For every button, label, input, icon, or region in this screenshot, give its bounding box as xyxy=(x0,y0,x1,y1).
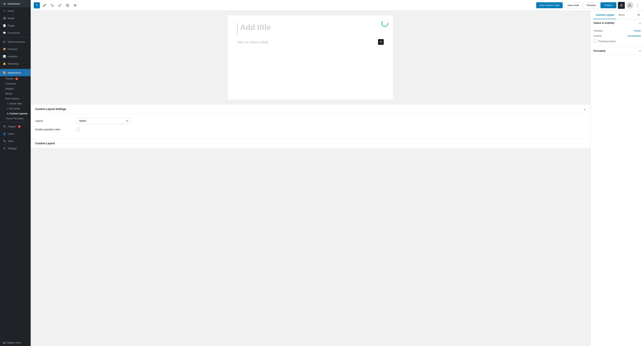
sidebar-item-comments[interactable]: 💬 Comments xyxy=(0,29,31,36)
plugins-icon: 🔌 xyxy=(3,125,6,128)
settings-gear-button[interactable] xyxy=(618,2,625,9)
expiration-checkbox[interactable] xyxy=(77,128,80,131)
settings-panel-content: Layout Select Header Footer Hook Individ… xyxy=(31,114,590,138)
marketing-icon: 🔔 xyxy=(3,62,6,65)
status-visibility-content: Visibility Public Publish Immediately Pe… xyxy=(590,27,644,47)
svg-point-6 xyxy=(621,5,622,6)
layout-select[interactable]: Select Header Footer Hook Individual xyxy=(77,118,130,124)
sidebar-item-posts[interactable]: ✎ Posts xyxy=(0,7,31,14)
sidebar-item-analytics[interactable]: 📊 Analytics xyxy=(0,53,31,60)
layout-row: Layout Select Header Footer Hook Individ… xyxy=(35,118,586,124)
sidebar-item-appearance[interactable]: 🎨 Appearance xyxy=(0,69,31,76)
redo-button[interactable] xyxy=(57,2,63,8)
post-title-input[interactable]: Add title xyxy=(237,23,384,34)
products-icon: 📦 xyxy=(3,47,6,51)
pages-icon: 📄 xyxy=(3,24,6,27)
settings-panel-header[interactable]: Custom Layout Settings xyxy=(31,104,590,114)
sidebar-subitem-my-library[interactable]: ↳ My Library xyxy=(0,106,31,111)
sidebar-item-pages[interactable]: 📄 Pages xyxy=(0,22,31,29)
sidebar-item-products[interactable]: 📦 Products xyxy=(0,45,31,53)
sidebar-item-tools[interactable]: 🔧 Tools xyxy=(0,137,31,145)
analytics-icon: 📊 xyxy=(3,55,6,58)
appearance-submenu: Themes 1 Customize Widgets Menus Neve Op… xyxy=(0,76,31,121)
block-placeholder: Type / to choose a block + xyxy=(237,39,384,45)
more-options-button[interactable]: ⋮ xyxy=(635,2,641,8)
sidebar-subitem-widgets[interactable]: Widgets xyxy=(0,86,31,91)
woocommerce-icon: 🛒 xyxy=(3,40,6,43)
publish-button[interactable]: Publish xyxy=(600,2,616,8)
undo-button[interactable] xyxy=(49,2,55,8)
main-area: + Add Custom Code Save draft Preview Pub… xyxy=(31,0,644,346)
list-view-button[interactable] xyxy=(72,2,78,8)
users-icon: 👤 xyxy=(3,132,6,135)
sidebar-subitem-menus[interactable]: Menus xyxy=(0,91,31,96)
tools-icon: 🔧 xyxy=(3,139,6,143)
settings-icon: ⚙ xyxy=(3,147,6,150)
user-avatar[interactable] xyxy=(626,2,633,9)
add-block-button[interactable]: + xyxy=(378,39,384,45)
collapse-menu-button[interactable]: ◀ Collapse menu xyxy=(0,340,31,346)
publish-row: Publish Immediately xyxy=(594,33,641,38)
settings-collapse-icon xyxy=(584,108,586,110)
posts-icon: ✎ xyxy=(3,9,6,13)
add-block-toolbar-button[interactable]: + xyxy=(34,2,40,8)
sidebar-subitem-themes[interactable]: Themes 1 xyxy=(0,76,31,81)
publish-value[interactable]: Immediately xyxy=(628,34,641,37)
tab-custom-layout[interactable]: Custom Layout xyxy=(594,11,616,19)
sidebar-item-media[interactable]: 🖼 Media xyxy=(0,14,31,22)
loading-spinner xyxy=(382,20,388,27)
sidebar-item-users[interactable]: 👤 Users xyxy=(0,130,31,137)
right-panel: Custom Layout Block ✕ Status & visibilit… xyxy=(590,11,644,346)
permalink-section: Permalink xyxy=(590,47,644,55)
editor-area: Add title Type / to choose a block + Cus… xyxy=(31,11,644,346)
pending-review-checkbox[interactable] xyxy=(594,40,597,43)
sidebar-subitem-theme-file-editor[interactable]: Theme File Editor xyxy=(0,116,31,121)
sidebar: ⊞ Dashboard ✎ Posts 🖼 Media 📄 Pages 💬 Co… xyxy=(0,0,31,346)
expiration-row: Enable expiration date xyxy=(35,128,586,131)
sidebar-item-woocommerce[interactable]: 🛒 WooCommerce xyxy=(0,38,31,45)
custom-layout-bottom-label: Custom Layout xyxy=(31,138,590,148)
pending-review-row: Pending review xyxy=(594,38,641,44)
visibility-row: Visibility Public xyxy=(594,28,641,33)
panel-tabs: Custom Layout Block ✕ xyxy=(590,11,644,19)
permalink-header[interactable]: Permalink xyxy=(590,47,644,55)
sidebar-item-dashboard[interactable]: ⊞ Dashboard xyxy=(0,0,31,7)
sidebar-subitem-neve-options[interactable]: Neve Options xyxy=(0,96,31,101)
status-visibility-chevron xyxy=(639,21,641,24)
sidebar-item-marketing[interactable]: 🔔 Marketing xyxy=(0,60,31,67)
edit-toolbar-button[interactable] xyxy=(42,2,48,8)
permalink-chevron xyxy=(639,49,641,52)
tab-block[interactable]: Block xyxy=(616,11,627,19)
info-button[interactable] xyxy=(64,2,70,8)
sidebar-item-settings[interactable]: ⚙ Settings xyxy=(0,145,31,152)
custom-layout-settings-panel: Custom Layout Settings Layout Select Hea… xyxy=(31,104,590,148)
editor-canvas: Add title Type / to choose a block + xyxy=(228,15,393,100)
panel-close-button[interactable]: ✕ xyxy=(636,11,641,19)
status-visibility-header[interactable]: Status & visibility xyxy=(590,19,644,27)
editor: Add title Type / to choose a block + Cus… xyxy=(31,11,590,346)
collapse-arrow-icon: ◀ xyxy=(3,342,4,344)
save-draft-button[interactable]: Save draft xyxy=(564,2,582,8)
sidebar-subitem-customize[interactable]: Customize xyxy=(0,81,31,86)
comments-icon: 💬 xyxy=(3,31,6,34)
svg-point-2 xyxy=(67,4,68,5)
visibility-value[interactable]: Public xyxy=(634,29,641,32)
sidebar-subitem-starter-sites[interactable]: ↳ Starter Sites xyxy=(0,101,31,106)
preview-button[interactable]: Preview xyxy=(584,2,599,8)
svg-point-7 xyxy=(629,4,630,5)
status-visibility-section: Status & visibility Visibility Public Pu… xyxy=(590,19,644,47)
appearance-icon: 🎨 xyxy=(3,71,6,74)
sidebar-item-plugins[interactable]: 🔌 Plugins 1 xyxy=(0,123,31,130)
toolbar: + Add Custom Code Save draft Preview Pub… xyxy=(31,0,644,11)
sidebar-subitem-custom-layouts[interactable]: ↳ Custom Layouts xyxy=(0,111,31,116)
dashboard-icon: ⊞ xyxy=(3,2,6,5)
add-custom-code-button[interactable]: Add Custom Code xyxy=(536,2,563,8)
media-icon: 🖼 xyxy=(3,16,6,20)
